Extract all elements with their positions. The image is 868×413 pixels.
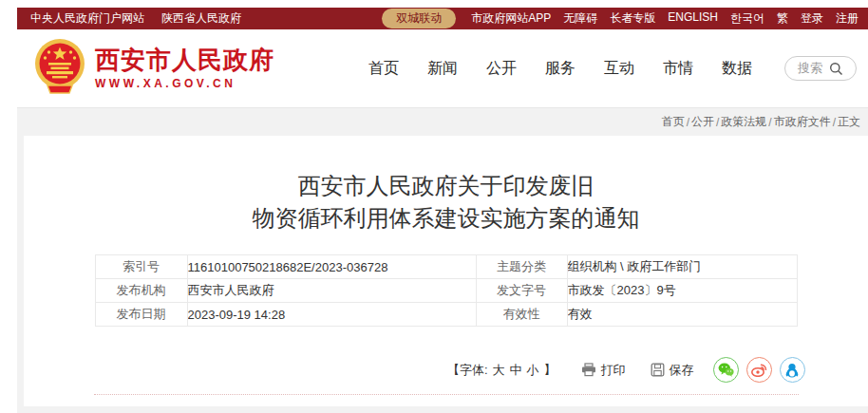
breadcrumb-home[interactable]: 首页: [662, 114, 685, 130]
search-button[interactable]: 搜索: [784, 56, 857, 81]
wechat-icon: [718, 363, 734, 377]
link-senior-version[interactable]: 长者专版: [610, 10, 655, 27]
title-line-2: 物资循环利用体系建设实施方案的通知: [24, 202, 868, 235]
font-size-suffix: 】: [544, 362, 557, 379]
font-size-medium[interactable]: 中: [510, 362, 522, 379]
table-row: 发布机构 西安市人民政府 发文字号 市政发〔2023〕9号: [95, 279, 797, 303]
nav-city-profile[interactable]: 市情: [663, 59, 693, 79]
dual-city-button[interactable]: 双城联动: [382, 9, 456, 28]
meta-value-topic-category: 组织机构 \ 政府工作部门: [567, 255, 797, 279]
table-row: 发布日期 2023-09-19 14:28 有效性 有效: [95, 303, 797, 327]
meta-label-document-no: 发文字号: [476, 279, 567, 303]
breadcrumb-separator: /: [768, 116, 771, 129]
breadcrumb-gov-documents[interactable]: 市政府文件: [774, 114, 831, 130]
topbar-utility-links: 市政府网站APP 无障碍 长者专版 ENGLISH 한국어 繁 登录 注册: [471, 10, 859, 27]
content-area: 西安市人民政府关于印发废旧 物资循环利用体系建设实施方案的通知 索引号 1161…: [17, 136, 868, 413]
link-english[interactable]: ENGLISH: [668, 10, 718, 27]
content-divider: [94, 394, 799, 395]
search-placeholder: 搜索: [798, 60, 822, 77]
font-size-control: 【字体: 大 中 小 】: [447, 362, 557, 379]
search-icon: [829, 62, 843, 76]
save-icon: [651, 363, 665, 377]
breadcrumb-separator: /: [687, 116, 689, 129]
top-utility-bar: 中央人民政府门户网站 陕西省人民政府 双城联动 市政府网站APP 无障碍 长者专…: [17, 8, 868, 29]
breadcrumb-disclosure[interactable]: 公开: [691, 114, 714, 130]
save-label: 保存: [670, 362, 694, 379]
site-url: WWW.XA.GOV.CN: [95, 78, 274, 90]
meta-value-issuing-agency: 西安市人民政府: [187, 279, 476, 303]
nav-services[interactable]: 服务: [545, 59, 576, 79]
site-logo[interactable]: 西安市人民政府 WWW.XA.GOV.CN: [34, 38, 274, 99]
share-wechat-button[interactable]: [713, 357, 739, 383]
meta-value-index-no: 11610100750218682E/2023-036728: [187, 255, 476, 279]
nav-data[interactable]: 数据: [722, 59, 752, 79]
nav-news[interactable]: 新闻: [427, 59, 458, 79]
link-traditional-chinese[interactable]: 繁: [777, 10, 788, 27]
breadcrumb-current: 正文: [838, 114, 860, 130]
font-size-large[interactable]: 大: [493, 362, 505, 379]
weibo-icon: [751, 363, 767, 377]
meta-label-publish-date: 发布日期: [95, 303, 187, 327]
logo-text: 西安市人民政府 WWW.XA.GOV.CN: [95, 47, 274, 90]
breadcrumb-separator: /: [833, 116, 836, 129]
qq-icon: [785, 363, 799, 378]
font-size-small[interactable]: 小: [527, 362, 539, 379]
meta-value-document-no: 市政发〔2023〕9号: [567, 279, 797, 303]
site-name: 西安市人民政府: [95, 47, 274, 74]
meta-value-publish-date: 2023-09-19 14:28: [187, 303, 476, 327]
government-portal-links: 中央人民政府门户网站 陕西省人民政府: [30, 10, 241, 27]
nav-interaction[interactable]: 互动: [604, 59, 634, 79]
link-korean[interactable]: 한국어: [730, 10, 764, 27]
nav-disclosure[interactable]: 公开: [486, 59, 517, 79]
link-shaanxi-gov[interactable]: 陕西省人民政府: [161, 10, 241, 27]
meta-label-validity: 有效性: [476, 303, 567, 327]
save-button[interactable]: 保存: [651, 362, 694, 379]
article-toolbar: 【字体: 大 中 小 】 打印: [87, 357, 805, 383]
document-meta-table: 索引号 11610100750218682E/2023-036728 主题分类 …: [95, 254, 798, 327]
title-line-1: 西安市人民政府关于印发废旧: [24, 170, 868, 202]
link-central-gov[interactable]: 中央人民政府门户网站: [30, 10, 144, 27]
share-weibo-button[interactable]: [746, 357, 772, 383]
nav-home[interactable]: 首页: [368, 59, 399, 79]
printer-icon: [581, 363, 596, 377]
share-buttons: [713, 357, 805, 383]
font-size-prefix: 【字体:: [447, 362, 488, 379]
breadcrumb: 首页 / 公开 / 政策法规 / 市政府文件 / 正文: [17, 107, 868, 136]
meta-label-index-no: 索引号: [95, 255, 187, 279]
national-emblem-icon: [34, 38, 85, 99]
site-header: 西安市人民政府 WWW.XA.GOV.CN 首页 新闻 公开 服务 互动 市情 …: [17, 29, 868, 107]
print-label: 打印: [601, 362, 626, 379]
link-login[interactable]: 登录: [801, 10, 823, 27]
link-register[interactable]: 注册: [836, 10, 859, 27]
table-row: 索引号 11610100750218682E/2023-036728 主题分类 …: [95, 255, 797, 279]
page-container: 中央人民政府门户网站 陕西省人民政府 双城联动 市政府网站APP 无障碍 长者专…: [17, 8, 868, 413]
print-button[interactable]: 打印: [581, 362, 626, 379]
breadcrumb-policies[interactable]: 政策法规: [721, 114, 766, 130]
page-title: 西安市人民政府关于印发废旧 物资循环利用体系建设实施方案的通知: [24, 170, 868, 235]
meta-value-validity: 有效: [567, 303, 797, 327]
link-gov-app[interactable]: 市政府网站APP: [471, 10, 551, 27]
main-navigation: 首页 新闻 公开 服务 互动 市情 数据: [368, 59, 752, 79]
share-qq-button[interactable]: [780, 357, 805, 383]
breadcrumb-separator: /: [716, 116, 719, 129]
meta-label-issuing-agency: 发布机构: [95, 279, 187, 303]
meta-label-topic-category: 主题分类: [476, 255, 567, 279]
link-accessibility[interactable]: 无障碍: [563, 10, 597, 27]
article-card: 西安市人民政府关于印发废旧 物资循环利用体系建设实施方案的通知 索引号 1161…: [24, 136, 868, 406]
